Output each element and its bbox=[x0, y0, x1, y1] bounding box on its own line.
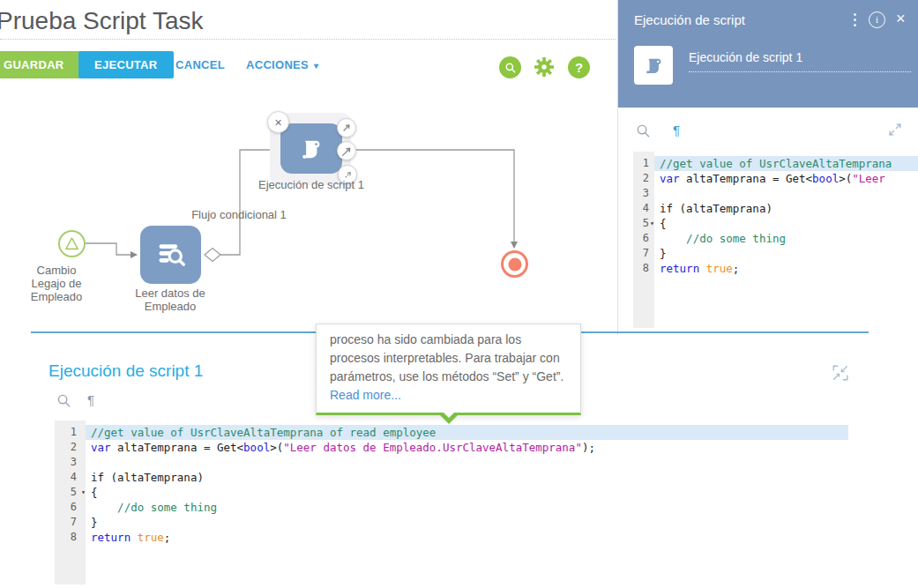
script-scroll-icon bbox=[642, 54, 666, 78]
arrow-ne-icon bbox=[341, 145, 353, 157]
cancel-button[interactable]: CANCEL bbox=[175, 51, 225, 78]
read-data-icon bbox=[154, 238, 188, 272]
code-text: return true; bbox=[654, 261, 918, 276]
line-number: 7 bbox=[633, 246, 654, 261]
line-number: 7 bbox=[55, 515, 86, 530]
code-line[interactable]: 7} bbox=[55, 515, 848, 530]
code-line[interactable]: 1//get value of UsrClaveAltaTemprana of … bbox=[55, 425, 848, 440]
collapse-icon[interactable] bbox=[831, 363, 850, 386]
bottom-editor-title: Ejecución de script 1 bbox=[49, 361, 203, 381]
search-icon[interactable] bbox=[636, 123, 651, 142]
guardar-button[interactable]: GUARDAR bbox=[0, 51, 80, 78]
line-number: 3 bbox=[633, 186, 654, 201]
code-text: var altaTemprana = Get<bool>("Leer bbox=[654, 171, 918, 186]
line-number: 5▾ bbox=[633, 216, 654, 231]
code-text: { bbox=[86, 485, 848, 500]
code-text: if (altaTemprana) bbox=[86, 470, 848, 485]
code-line[interactable]: 8return true; bbox=[55, 530, 848, 545]
acciones-menu-button[interactable]: ACCIONES▾ bbox=[246, 51, 318, 78]
line-number: 3 bbox=[55, 455, 86, 470]
end-event-node[interactable] bbox=[501, 250, 528, 278]
line-number: 4 bbox=[55, 470, 86, 485]
start-event-label: Cambio Legajo de Empleado bbox=[18, 264, 95, 303]
read-data-task-node[interactable] bbox=[140, 226, 201, 284]
script-task-tile bbox=[634, 46, 673, 85]
code-line[interactable]: 7} bbox=[633, 246, 918, 261]
fold-caret-icon[interactable]: ▾ bbox=[81, 485, 86, 500]
process-designer: Prueba Script Task GUARDAR EJECUTAR CANC… bbox=[0, 0, 918, 588]
code-text: //do some thing bbox=[86, 500, 848, 515]
code-line[interactable]: 4if (altaTemprana) bbox=[633, 201, 918, 216]
code-line[interactable]: 2var altaTemprana = Get<bool>("Leer bbox=[633, 171, 918, 186]
code-line[interactable]: 8return true; bbox=[633, 261, 918, 276]
edge-script-to-end bbox=[346, 150, 514, 242]
line-number: 1 bbox=[55, 425, 86, 440]
help-icon[interactable]: ? bbox=[568, 56, 590, 78]
code-text: var altaTemprana = Get<bool>("Leer datos… bbox=[86, 440, 848, 455]
code-text: //get value of UsrClaveAltaTemprana of r… bbox=[86, 425, 848, 440]
title-divider bbox=[0, 39, 616, 40]
code-line[interactable]: 1//get value of UsrClaveAltaTemprana bbox=[633, 156, 918, 171]
code-text: { bbox=[654, 216, 918, 231]
fold-caret-icon[interactable]: ▾ bbox=[650, 216, 654, 231]
close-icon: × bbox=[274, 116, 281, 129]
line-number: 5▾ bbox=[55, 485, 86, 500]
line-number: 8 bbox=[55, 530, 86, 545]
edge-flow-conditional bbox=[220, 150, 270, 255]
line-number: 6 bbox=[55, 500, 86, 515]
kebab-menu-icon[interactable] bbox=[849, 13, 860, 29]
condition-diamond bbox=[205, 249, 220, 262]
edge-start-to-read bbox=[85, 243, 131, 255]
task-name-field[interactable]: Ejecución de script 1 bbox=[689, 50, 911, 72]
line-number: 6 bbox=[633, 231, 654, 246]
search-icon[interactable] bbox=[56, 393, 71, 412]
read-more-link[interactable]: Read more... bbox=[330, 386, 567, 405]
expand-icon[interactable] bbox=[887, 122, 903, 141]
code-line[interactable]: 2var altaTemprana = Get<bool>("Leer dato… bbox=[55, 440, 848, 455]
chevron-down-icon: ▾ bbox=[314, 61, 318, 71]
script-code-editor-main[interactable]: 1//get value of UsrClaveAltaTemprana of … bbox=[55, 421, 848, 584]
info-icon[interactable]: i bbox=[869, 11, 885, 28]
pilcrow-icon[interactable]: ¶ bbox=[673, 123, 680, 138]
connector-arrow-button-1[interactable] bbox=[337, 118, 356, 138]
code-text: return true; bbox=[86, 530, 848, 545]
tooltip-text: proceso ha sido cambiada para los proces… bbox=[330, 331, 567, 386]
line-number: 4 bbox=[633, 201, 654, 216]
code-text: } bbox=[654, 246, 918, 261]
conditional-flow-label: Flujo condicional 1 bbox=[177, 208, 301, 221]
pilcrow-icon[interactable]: ¶ bbox=[87, 392, 94, 407]
close-icon[interactable]: × bbox=[896, 10, 906, 28]
arrow-ne-icon bbox=[341, 123, 352, 133]
code-text: } bbox=[86, 515, 848, 530]
signal-triangle-icon bbox=[60, 232, 84, 256]
code-text bbox=[654, 186, 918, 201]
code-line[interactable]: 5▾{ bbox=[55, 485, 848, 500]
code-text: if (altaTemprana) bbox=[654, 201, 918, 216]
delete-node-button[interactable]: × bbox=[267, 111, 289, 133]
gear-icon[interactable] bbox=[532, 55, 556, 83]
panel-title: Ejecución de script bbox=[634, 12, 745, 27]
code-line[interactable]: 3 bbox=[55, 455, 848, 470]
line-number: 2 bbox=[55, 440, 86, 455]
script-task-node[interactable] bbox=[280, 123, 342, 174]
read-data-task-label: Leer datos de Empleado bbox=[122, 287, 219, 313]
start-event-node[interactable] bbox=[58, 230, 86, 257]
script-scroll-icon bbox=[297, 135, 325, 163]
properties-panel-header: Ejecución de script i × Ejecución de scr… bbox=[618, 0, 918, 108]
acciones-label: ACCIONES bbox=[246, 58, 309, 71]
code-line[interactable]: 6 //do some thing bbox=[55, 500, 848, 515]
search-icon[interactable] bbox=[499, 56, 521, 78]
ejecutar-button[interactable]: EJECUTAR bbox=[78, 51, 174, 78]
line-number: 2 bbox=[633, 171, 654, 186]
code-line[interactable]: 5▾{ bbox=[633, 216, 918, 231]
code-line[interactable]: 6 //do some thing bbox=[633, 231, 918, 246]
code-text bbox=[86, 455, 848, 470]
script-code-editor-panel[interactable]: 1//get value of UsrClaveAltaTemprana2var… bbox=[633, 152, 918, 328]
connector-arrow-button-2[interactable] bbox=[337, 141, 356, 160]
script-task-label: Ejecución de script 1 bbox=[250, 178, 373, 191]
line-number: 8 bbox=[633, 261, 654, 276]
code-line[interactable]: 3 bbox=[633, 186, 918, 201]
code-line[interactable]: 4if (altaTemprana) bbox=[55, 470, 848, 485]
code-text: //get value of UsrClaveAltaTemprana bbox=[654, 156, 918, 171]
help-tooltip: proceso ha sido cambiada para los proces… bbox=[316, 324, 581, 415]
